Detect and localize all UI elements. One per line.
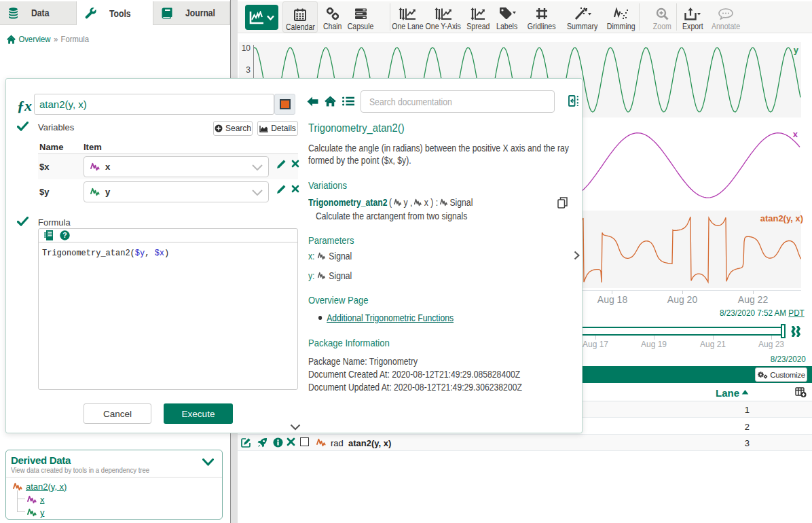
svg-text:?: ? — [62, 231, 67, 239]
